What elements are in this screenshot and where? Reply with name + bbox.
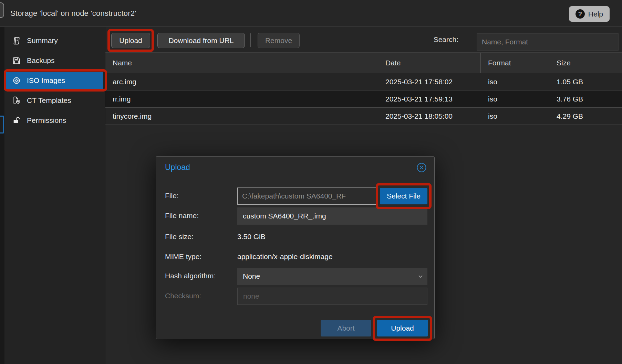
cell-size: 1.05 GB [549,73,622,90]
cell-format: iso [481,108,549,125]
download-from-url-button[interactable]: Download from URL [157,33,245,48]
dialog-footer-divider [156,314,434,314]
hash-algorithm-label: Hash algorithm: [165,272,216,280]
abort-button[interactable]: Abort [321,320,371,336]
help-button[interactable]: ? Help [569,6,610,22]
window-edge-fragment [0,2,4,18]
checksum-input [237,288,427,305]
sidebar-item-summary[interactable]: Summary [4,32,103,49]
unlock-icon [12,116,21,125]
file-name-input[interactable] [237,207,427,225]
page-title: Storage 'local' on node 'constructor2' [10,0,136,27]
upload-submit-button[interactable]: Upload [377,320,428,336]
close-icon[interactable] [416,162,427,173]
toolbar: Upload Download from URL Remove Search: [105,27,622,52]
search-input[interactable] [477,33,619,51]
select-file-button[interactable]: Select File [380,188,427,204]
file-size-label: File size: [165,233,194,241]
cell-name: arc.img [105,73,378,90]
storage-sidebar: Summary Backups ISO Images CT Templates [4,27,105,364]
title-bar: Storage 'local' on node 'constructor2' ?… [0,0,622,27]
sidebar-item-permissions[interactable]: Permissions [4,112,103,129]
help-button-label: Help [588,10,603,18]
cell-format: iso [481,90,549,107]
cell-size: 3.76 GB [549,90,622,107]
dialog-title: Upload [165,157,190,178]
cell-date: 2025-03-21 17:59:13 [378,90,481,107]
cell-format: iso [481,73,549,90]
cell-name: rr.img [105,90,378,107]
disc-icon [12,76,21,85]
column-header-size[interactable]: Size [549,53,622,73]
upload-toolbar-button[interactable]: Upload [111,33,150,48]
file-size-value: 3.50 GiB [237,233,266,241]
sidebar-item-iso-images[interactable]: ISO Images [4,72,103,89]
cell-date: 2025-03-21 17:58:02 [378,73,481,90]
table-row[interactable]: tinycore.img 2025-03-21 18:05:00 iso 4.2… [105,108,622,125]
mime-type-value: application/x-apple-diskimage [237,253,333,261]
table-row[interactable]: rr.img 2025-03-21 17:59:13 iso 3.76 GB [105,90,622,108]
dialog-header: Upload [156,157,434,178]
column-header-format[interactable]: Format [481,53,549,73]
mime-type-label: MIME type: [165,253,201,261]
sidebar-item-label: ISO Images [27,76,65,85]
column-header-name[interactable]: Name [105,53,378,73]
sidebar-item-ct-templates[interactable]: CT Templates [4,92,103,109]
hash-algorithm-select[interactable]: None [237,268,427,285]
search-label: Search: [434,27,458,52]
cell-date: 2025-03-21 18:05:00 [378,108,481,125]
left-edge-strip [0,27,4,364]
cell-name: tinycore.img [105,108,378,125]
sidebar-item-label: Backups [27,56,55,65]
file-path-input[interactable] [237,188,376,205]
remove-button[interactable]: Remove [258,33,300,48]
table-header: Name Date Format Size [105,52,622,73]
sidebar-item-backups[interactable]: Backups [4,52,103,69]
sidebar-item-label: Permissions [27,116,66,125]
sidebar-item-label: CT Templates [27,96,71,105]
hash-algorithm-value: None [243,272,260,280]
upload-dialog: Upload File: Select File File name: File… [156,156,435,339]
question-circle-icon: ? [576,9,585,19]
cell-size: 4.29 GB [549,108,622,125]
toolbar-separator [250,33,251,47]
table-row[interactable]: arc.img 2025-03-21 17:58:02 iso 1.05 GB [105,73,622,90]
file-name-label: File name: [165,212,199,220]
floppy-icon [12,56,21,65]
file-label: File: [165,192,179,200]
file-cube-icon [12,96,21,105]
book-icon [12,36,21,45]
column-header-date[interactable]: Date [378,53,481,73]
sidebar-item-label: Summary [27,36,58,45]
tree-selection-fragment [0,116,4,133]
checksum-label: Checksum: [165,292,201,300]
chevron-down-icon [417,273,424,280]
